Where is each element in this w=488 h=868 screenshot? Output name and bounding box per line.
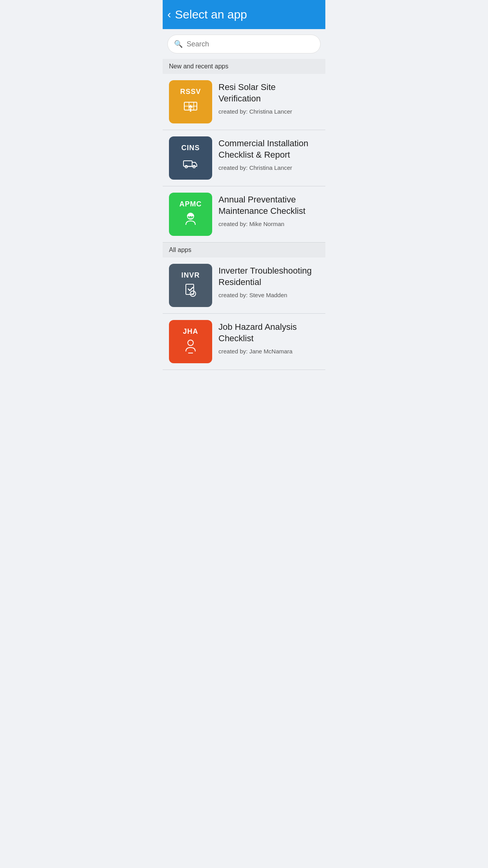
section-label: New and recent apps xyxy=(163,59,325,74)
app-icon-symbol xyxy=(182,210,199,229)
search-bar[interactable]: 🔍 xyxy=(167,35,321,53)
app-name: Job Hazard Analysis Checklist xyxy=(218,322,319,344)
svg-rect-15 xyxy=(186,284,194,294)
list-item[interactable]: JHA Job Hazard Analysis Checklistcreated… xyxy=(163,314,325,370)
app-creator: created by: Christina Lancer xyxy=(218,108,319,115)
search-input[interactable] xyxy=(187,40,314,48)
app-info: Annual Preventative Maintenance Checklis… xyxy=(218,193,319,227)
app-info: Job Hazard Analysis Checklistcreated by:… xyxy=(218,320,319,355)
app-name: Annual Preventative Maintenance Checklis… xyxy=(218,194,319,217)
app-name: Resi Solar Site Verification xyxy=(218,82,319,104)
list-item[interactable]: RSSV Resi Solar Site Verificationcreated… xyxy=(163,74,325,130)
back-icon[interactable]: ‹ xyxy=(167,9,171,20)
list-item[interactable]: INVR Inverter Troubleshooting Residentia… xyxy=(163,257,325,314)
app-creator: created by: Mike Norman xyxy=(218,221,319,227)
header: ‹ Select an app xyxy=(163,0,325,29)
app-creator: created by: Christina Lancer xyxy=(218,164,319,171)
svg-rect-8 xyxy=(183,161,192,166)
app-creator: created by: Steve Madden xyxy=(218,292,319,298)
svg-point-17 xyxy=(188,340,193,346)
list-item[interactable]: APMC Annual Preventative Maintenance Che… xyxy=(163,186,325,243)
app-icon-symbol xyxy=(182,337,199,356)
app-info: Resi Solar Site Verificationcreated by: … xyxy=(218,80,319,115)
svg-point-7 xyxy=(190,108,191,110)
app-icon-code: RSSV xyxy=(180,88,201,96)
svg-point-14 xyxy=(191,215,193,217)
app-creator: created by: Jane McNamara xyxy=(218,348,319,355)
app-icon: APMC xyxy=(169,193,212,236)
app-icon-symbol xyxy=(182,97,199,116)
app-name: Inverter Troubleshooting Residential xyxy=(218,265,319,288)
app-icon-symbol xyxy=(182,154,199,173)
app-icon: JHA xyxy=(169,320,212,363)
app-icon-code: JHA xyxy=(183,327,198,336)
app-icon-code: CINS xyxy=(181,144,200,152)
search-container: 🔍 xyxy=(163,29,325,59)
app-icon-code: APMC xyxy=(180,200,202,208)
app-icon: INVR xyxy=(169,264,212,307)
app-info: Commercial Installation Checklist & Repo… xyxy=(218,136,319,171)
app-icon: RSSV xyxy=(169,80,212,123)
app-list: New and recent appsRSSV Resi Solar Site … xyxy=(163,59,325,370)
page-title: Select an app xyxy=(175,8,247,21)
svg-point-13 xyxy=(189,215,190,217)
section-label: All apps xyxy=(163,243,325,257)
app-name: Commercial Installation Checklist & Repo… xyxy=(218,138,319,160)
app-info: Inverter Troubleshooting Residentialcrea… xyxy=(218,264,319,298)
app-icon-code: INVR xyxy=(181,271,200,280)
search-icon: 🔍 xyxy=(174,40,183,48)
app-icon-symbol xyxy=(182,281,199,300)
app-icon: CINS xyxy=(169,136,212,180)
list-item[interactable]: CINS Commercial Installation Checklist &… xyxy=(163,130,325,186)
